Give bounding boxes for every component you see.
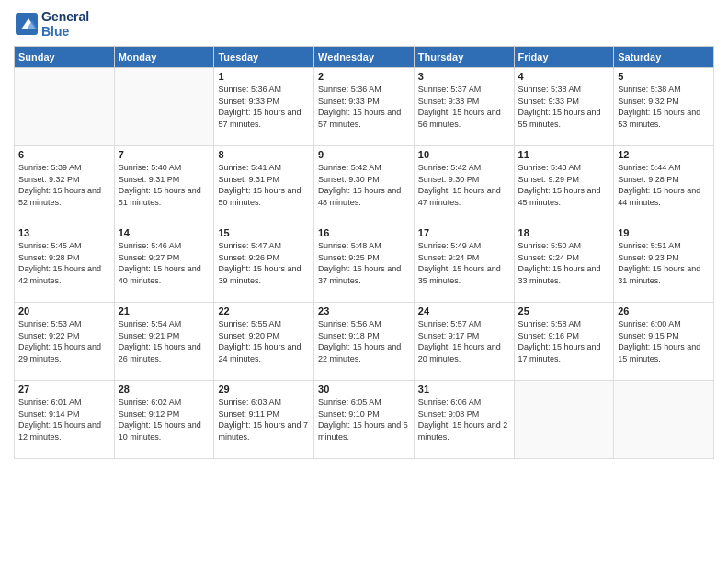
calendar-cell: 18Sunrise: 5:50 AM Sunset: 9:24 PM Dayli… (514, 224, 614, 303)
weekday-header-monday: Monday (114, 47, 214, 68)
day-info: Sunrise: 5:50 AM Sunset: 9:24 PM Dayligh… (518, 240, 610, 286)
day-number: 20 (18, 305, 110, 316)
day-number: 19 (618, 227, 710, 238)
week-row-0: 1Sunrise: 5:36 AM Sunset: 9:33 PM Daylig… (15, 68, 714, 146)
calendar-cell: 14Sunrise: 5:46 AM Sunset: 9:27 PM Dayli… (114, 224, 214, 303)
logo-text: General Blue (41, 9, 89, 39)
weekday-header-tuesday: Tuesday (214, 47, 314, 68)
day-info: Sunrise: 5:43 AM Sunset: 9:29 PM Dayligh… (518, 162, 610, 208)
day-number: 18 (518, 227, 610, 238)
calendar-cell: 7Sunrise: 5:40 AM Sunset: 9:31 PM Daylig… (114, 146, 214, 224)
day-number: 13 (18, 227, 110, 238)
calendar-cell: 27Sunrise: 6:01 AM Sunset: 9:14 PM Dayli… (15, 381, 115, 459)
calendar-cell (514, 381, 614, 459)
calendar-cell: 21Sunrise: 5:54 AM Sunset: 9:21 PM Dayli… (114, 303, 214, 381)
calendar-cell: 30Sunrise: 6:05 AM Sunset: 9:10 PM Dayli… (314, 381, 415, 459)
calendar-cell: 10Sunrise: 5:42 AM Sunset: 9:30 PM Dayli… (414, 146, 514, 224)
weekday-header-sunday: Sunday (15, 47, 115, 68)
day-info: Sunrise: 5:40 AM Sunset: 9:31 PM Dayligh… (119, 162, 210, 208)
day-number: 24 (418, 305, 510, 316)
day-number: 3 (418, 71, 510, 82)
day-info: Sunrise: 5:53 AM Sunset: 9:22 PM Dayligh… (18, 318, 110, 364)
day-info: Sunrise: 5:44 AM Sunset: 9:28 PM Dayligh… (618, 162, 710, 208)
day-number: 14 (119, 227, 210, 238)
day-number: 7 (119, 149, 210, 160)
weekday-header-friday: Friday (514, 47, 614, 68)
day-info: Sunrise: 5:42 AM Sunset: 9:30 PM Dayligh… (318, 162, 410, 208)
day-number: 1 (218, 71, 310, 82)
day-info: Sunrise: 6:05 AM Sunset: 9:10 PM Dayligh… (318, 396, 410, 442)
day-info: Sunrise: 5:41 AM Sunset: 9:31 PM Dayligh… (218, 162, 310, 208)
day-number: 10 (418, 149, 510, 160)
day-number: 2 (318, 71, 410, 82)
week-row-1: 6Sunrise: 5:39 AM Sunset: 9:32 PM Daylig… (15, 146, 714, 224)
day-number: 29 (218, 384, 310, 395)
logo-icon (14, 11, 40, 37)
day-info: Sunrise: 6:06 AM Sunset: 9:08 PM Dayligh… (418, 396, 510, 442)
day-info: Sunrise: 6:03 AM Sunset: 9:11 PM Dayligh… (218, 396, 310, 442)
week-row-4: 27Sunrise: 6:01 AM Sunset: 9:14 PM Dayli… (15, 381, 714, 459)
calendar-cell: 17Sunrise: 5:49 AM Sunset: 9:24 PM Dayli… (414, 224, 514, 303)
calendar-cell: 20Sunrise: 5:53 AM Sunset: 9:22 PM Dayli… (15, 303, 115, 381)
day-number: 22 (218, 305, 310, 316)
day-number: 16 (318, 227, 410, 238)
day-number: 4 (518, 71, 610, 82)
day-number: 11 (518, 149, 610, 160)
week-row-2: 13Sunrise: 5:45 AM Sunset: 9:28 PM Dayli… (15, 224, 714, 303)
weekday-header-row: SundayMondayTuesdayWednesdayThursdayFrid… (15, 47, 714, 68)
day-number: 17 (418, 227, 510, 238)
day-number: 25 (518, 305, 610, 316)
day-info: Sunrise: 5:56 AM Sunset: 9:18 PM Dayligh… (318, 318, 410, 364)
weekday-header-saturday: Saturday (614, 47, 714, 68)
day-info: Sunrise: 5:46 AM Sunset: 9:27 PM Dayligh… (119, 240, 210, 286)
day-number: 23 (318, 305, 410, 316)
day-number: 9 (318, 149, 410, 160)
day-info: Sunrise: 5:48 AM Sunset: 9:25 PM Dayligh… (318, 240, 410, 286)
day-info: Sunrise: 5:39 AM Sunset: 9:32 PM Dayligh… (18, 162, 110, 208)
day-info: Sunrise: 5:38 AM Sunset: 9:33 PM Dayligh… (518, 84, 610, 130)
calendar-cell (614, 381, 714, 459)
weekday-header-thursday: Thursday (414, 47, 514, 68)
day-info: Sunrise: 5:42 AM Sunset: 9:30 PM Dayligh… (418, 162, 510, 208)
logo: General Blue (14, 9, 89, 39)
calendar-cell: 28Sunrise: 6:02 AM Sunset: 9:12 PM Dayli… (114, 381, 214, 459)
calendar-cell: 4Sunrise: 5:38 AM Sunset: 9:33 PM Daylig… (514, 68, 614, 146)
calendar-cell: 24Sunrise: 5:57 AM Sunset: 9:17 PM Dayli… (414, 303, 514, 381)
day-info: Sunrise: 5:57 AM Sunset: 9:17 PM Dayligh… (418, 318, 510, 364)
day-number: 27 (18, 384, 110, 395)
day-info: Sunrise: 5:54 AM Sunset: 9:21 PM Dayligh… (119, 318, 210, 364)
day-info: Sunrise: 5:47 AM Sunset: 9:26 PM Dayligh… (218, 240, 310, 286)
calendar-cell: 26Sunrise: 6:00 AM Sunset: 9:15 PM Dayli… (614, 303, 714, 381)
day-number: 26 (618, 305, 710, 316)
calendar-cell: 9Sunrise: 5:42 AM Sunset: 9:30 PM Daylig… (314, 146, 415, 224)
day-info: Sunrise: 6:00 AM Sunset: 9:15 PM Dayligh… (618, 318, 710, 364)
day-number: 5 (618, 71, 710, 82)
day-number: 21 (119, 305, 210, 316)
calendar-cell: 6Sunrise: 5:39 AM Sunset: 9:32 PM Daylig… (15, 146, 115, 224)
day-info: Sunrise: 6:01 AM Sunset: 9:14 PM Dayligh… (18, 396, 110, 442)
day-info: Sunrise: 5:55 AM Sunset: 9:20 PM Dayligh… (218, 318, 310, 364)
calendar-cell (114, 68, 214, 146)
day-info: Sunrise: 5:36 AM Sunset: 9:33 PM Dayligh… (318, 84, 410, 130)
calendar-cell: 11Sunrise: 5:43 AM Sunset: 9:29 PM Dayli… (514, 146, 614, 224)
day-info: Sunrise: 5:37 AM Sunset: 9:33 PM Dayligh… (418, 84, 510, 130)
calendar-cell: 19Sunrise: 5:51 AM Sunset: 9:23 PM Dayli… (614, 224, 714, 303)
header: General Blue (14, 9, 714, 39)
calendar-cell: 16Sunrise: 5:48 AM Sunset: 9:25 PM Dayli… (314, 224, 415, 303)
day-number: 12 (618, 149, 710, 160)
weekday-header-wednesday: Wednesday (314, 47, 415, 68)
day-number: 8 (218, 149, 310, 160)
calendar-table: SundayMondayTuesdayWednesdayThursdayFrid… (14, 46, 714, 459)
page: General Blue SundayMondayTuesdayWednesda… (0, 0, 728, 563)
calendar-cell: 31Sunrise: 6:06 AM Sunset: 9:08 PM Dayli… (414, 381, 514, 459)
day-info: Sunrise: 5:36 AM Sunset: 9:33 PM Dayligh… (218, 84, 310, 130)
day-number: 31 (418, 384, 510, 395)
day-info: Sunrise: 5:49 AM Sunset: 9:24 PM Dayligh… (418, 240, 510, 286)
calendar-cell: 25Sunrise: 5:58 AM Sunset: 9:16 PM Dayli… (514, 303, 614, 381)
day-number: 30 (318, 384, 410, 395)
calendar-cell: 29Sunrise: 6:03 AM Sunset: 9:11 PM Dayli… (214, 381, 314, 459)
day-number: 6 (18, 149, 110, 160)
day-info: Sunrise: 5:51 AM Sunset: 9:23 PM Dayligh… (618, 240, 710, 286)
day-info: Sunrise: 5:58 AM Sunset: 9:16 PM Dayligh… (518, 318, 610, 364)
day-info: Sunrise: 6:02 AM Sunset: 9:12 PM Dayligh… (119, 396, 210, 442)
